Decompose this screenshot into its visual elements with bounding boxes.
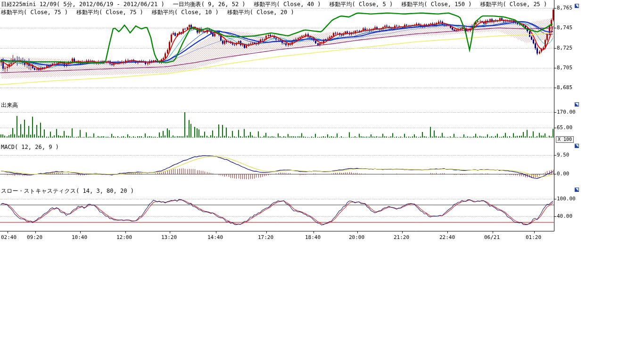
ma150-label: 移動平均( Close, 150 ) (401, 1, 471, 8)
volume-axis-label: 65.00 (557, 124, 572, 131)
price-axis-label: 8,725 (557, 45, 572, 51)
stoch-axis-label: 40.00 (557, 213, 572, 219)
time-axis-label: 02:40 (1, 234, 17, 240)
ma25-label: 移動平均( Close, 25 ) (480, 1, 547, 8)
volume-multiplier[interactable]: X 100 (556, 136, 574, 143)
time-axis-label: 12:00 (116, 234, 132, 240)
stoch-panel-label: スロー・ストキャスティクス( 14, 3, 80, 20 ) (1, 188, 134, 194)
time-axis-label: 14:40 (207, 234, 223, 240)
price-axis-label: 8,685 (557, 84, 572, 90)
chart-window: 日経225mini 12/09( 5分, 2012/06/19 - 2012/0… (0, 0, 644, 362)
ma5-label: 移動平均( Close, 5 ) (330, 1, 393, 8)
time-axis-label: 21:20 (394, 234, 409, 240)
time-axis-label: 06/21 (484, 234, 500, 240)
indicator-header-row2: 移動平均( Close, 75 ) 移動平均( Close, 75 ) 移動平均… (1, 9, 294, 16)
price-panel-expand-handle[interactable] (575, 4, 579, 8)
ma75b-label: 移動平均( Close, 75 ) (76, 9, 143, 16)
time-axis-label: 18:40 (305, 234, 321, 240)
stoch-panel-expand-handle[interactable] (575, 188, 579, 192)
time-axis-label: 09:20 (27, 234, 42, 240)
time-axis-label: 10:40 (72, 234, 87, 240)
macd-panel-expand-handle[interactable] (575, 144, 579, 148)
stoch-axis-label: 100.00 (557, 196, 576, 202)
volume-panel-label: 出来高 (1, 102, 18, 108)
ma20-label: 移動平均( Close, 20 ) (227, 9, 294, 16)
time-axis-label: 22:40 (439, 234, 455, 240)
ma40-label: 移動平均( Close, 40 ) (254, 1, 321, 8)
ma75-label: 移動平均( Close, 75 ) (1, 9, 68, 16)
price-axis-label: 8,745 (557, 25, 572, 31)
time-axis-label: 01:20 (526, 234, 541, 240)
symbol-title-label: 日経225mini 12/09( 5分, 2012/06/19 - 2012/0… (1, 1, 165, 8)
ichimoku-label: 一目均衡表( 9, 26, 52 ) (173, 1, 246, 8)
macd-axis-label: 0.00 (557, 171, 570, 177)
macd-panel-label: MACD( 12, 26, 9 ) (1, 144, 59, 150)
time-axis-label: 17:20 (258, 234, 273, 240)
time-axis-label: 20:00 (349, 234, 364, 240)
ma10-label: 移動平均( Close, 10 ) (152, 9, 219, 16)
price-axis-label: 8,765 (557, 5, 572, 11)
volume-axis-label: 170.00 (557, 109, 576, 115)
volume-panel-expand-handle[interactable] (575, 102, 579, 107)
macd-axis-label: 9.50 (557, 152, 570, 158)
time-axis-label: 13:20 (161, 234, 177, 240)
price-axis-label: 8,705 (557, 65, 572, 71)
chart-canvas[interactable] (0, 0, 585, 245)
indicator-header-row1: 日経225mini 12/09( 5分, 2012/06/19 - 2012/0… (1, 1, 547, 8)
